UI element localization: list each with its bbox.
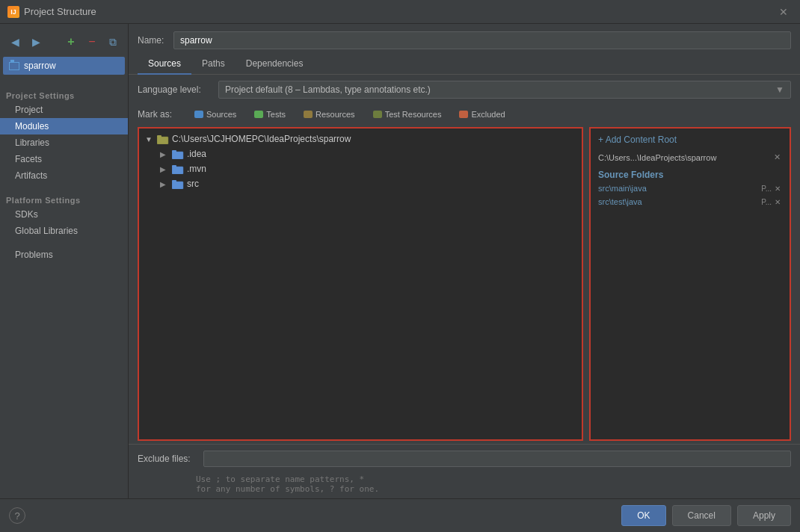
remove-content-root-button[interactable]: ✕ [772, 152, 782, 162]
module-name-input[interactable] [173, 31, 791, 49]
idea-label: .idea [187, 149, 206, 159]
sidebar-item-global-libraries-label: Global Libraries [15, 226, 78, 236]
language-level-value: Project default (8 – Lambdas, type annot… [225, 84, 431, 95]
sidebar-item-libraries[interactable]: Libraries [0, 134, 128, 151]
apply-button[interactable]: Apply [737, 505, 791, 526]
exclude-files-input[interactable] [203, 451, 791, 467]
tree-item-mvn[interactable]: ▶ .mvn [142, 161, 579, 176]
sidebar-item-artifacts[interactable]: Artifacts [0, 167, 128, 184]
cancel-button[interactable]: Cancel [672, 505, 731, 526]
sidebar-item-modules[interactable]: Modules [0, 118, 128, 134]
bottom-right: OK Cancel Apply [621, 505, 791, 526]
add-module-button[interactable]: + [62, 33, 80, 51]
content-roots-panel: + Add Content Root C:\Users...\IdeaProje… [589, 127, 791, 441]
src-main-properties-button[interactable]: P... [761, 185, 772, 193]
copy-module-button[interactable]: ⧉ [104, 33, 122, 51]
title-bar-left: IJ Project Structure [7, 6, 96, 18]
content-root-path: C:\Users...\IdeaProjects\sparrow ✕ [595, 149, 785, 165]
content-root-path-label: C:\Users...\IdeaProjects\sparrow [598, 153, 716, 162]
src-test-actions: P... ✕ [761, 198, 782, 206]
mvn-folder-icon [172, 164, 184, 174]
ok-button[interactable]: OK [621, 505, 665, 526]
tree-item-src[interactable]: ▶ src [142, 176, 579, 191]
name-row: Name: [129, 24, 800, 54]
file-tree-panel: ▼ C:\Users\JCJHOMEPC\IdeaProjects\sparro… [138, 127, 583, 441]
idea-folder-icon [172, 149, 184, 159]
help-button[interactable]: ? [9, 507, 25, 524]
root-expand-arrow: ▼ [145, 135, 154, 143]
source-folder-item-src-main: src\main\java P... ✕ [595, 182, 785, 195]
mvn-label: .mvn [187, 164, 206, 174]
exclude-files-hint: Use ; to separate name patterns, *for an… [129, 473, 800, 498]
svg-rect-1 [157, 135, 161, 137]
sidebar-item-facets[interactable]: Facets [0, 151, 128, 167]
tests-badge-label: Tests [266, 110, 286, 119]
idea-expand-arrow: ▶ [160, 150, 169, 158]
sidebar-item-facets-label: Facets [15, 154, 42, 164]
tests-badge-dot [254, 111, 263, 118]
project-settings-section: Project Settings [0, 87, 128, 102]
remove-module-button[interactable]: − [83, 33, 101, 51]
language-level-select[interactable]: Project default (8 – Lambdas, type annot… [218, 81, 791, 99]
module-name: sparrow [24, 61, 56, 71]
src-main-remove-button[interactable]: ✕ [773, 185, 782, 193]
svg-rect-4 [172, 167, 183, 174]
sidebar-item-project-label: Project [15, 105, 43, 115]
src-test-properties-button[interactable]: P... [761, 198, 772, 206]
mvn-expand-arrow: ▶ [160, 165, 169, 173]
tab-dependencies[interactable]: Dependencies [236, 54, 314, 75]
source-folders-label: Source Folders [595, 165, 785, 182]
src-test-java-path: src\test\java [598, 197, 642, 206]
excluded-badge-dot [459, 111, 468, 118]
src-folder-icon [172, 179, 184, 189]
mark-as-test-resources[interactable]: Test Resources [367, 108, 448, 121]
sidebar-item-problems-label: Problems [15, 250, 53, 260]
bottom-bar: ? OK Cancel Apply [0, 498, 800, 532]
platform-settings-section: Platform Settings [0, 191, 128, 206]
svg-rect-7 [172, 180, 176, 182]
tree-root-item[interactable]: ▼ C:\Users\JCJHOMEPC\IdeaProjects\sparro… [142, 132, 579, 146]
back-button[interactable]: ◀ [6, 33, 24, 51]
mark-as-sources[interactable]: Sources [188, 108, 242, 121]
title-bar: IJ Project Structure ✕ [0, 0, 800, 24]
main-layout: ◀ ▶ + − ⧉ sparrow Project Settings Proje… [0, 24, 800, 498]
sidebar-item-sdks[interactable]: SDKs [0, 206, 128, 223]
sidebar-item-libraries-label: Libraries [15, 137, 49, 148]
tab-paths[interactable]: Paths [191, 54, 236, 75]
add-content-root-button[interactable]: + Add Content Root [595, 133, 785, 146]
dialog-title: Project Structure [24, 6, 96, 17]
mark-as-excluded[interactable]: Excluded [453, 108, 511, 121]
language-level-row: Language level: Project default (8 – Lam… [129, 75, 800, 105]
tab-sources[interactable]: Sources [138, 54, 191, 75]
sidebar-item-project[interactable]: Project [0, 102, 128, 118]
sidebar-nav-row: ◀ ▶ + − ⧉ [0, 30, 128, 54]
source-folder-item-src-test: src\test\java P... ✕ [595, 195, 785, 208]
mark-as-tests[interactable]: Tests [248, 108, 292, 121]
mark-as-label: Mark as: [138, 109, 182, 120]
bottom-left: ? [9, 507, 25, 524]
app-icon: IJ [7, 6, 19, 18]
src-test-remove-button[interactable]: ✕ [773, 198, 782, 206]
src-main-actions: P... ✕ [761, 185, 782, 193]
resources-badge-label: Resources [316, 110, 355, 119]
sidebar: ◀ ▶ + − ⧉ sparrow Project Settings Proje… [0, 24, 129, 498]
forward-button[interactable]: ▶ [27, 33, 45, 51]
sidebar-item-artifacts-label: Artifacts [15, 170, 47, 181]
sidebar-item-problems[interactable]: Problems [0, 247, 128, 263]
exclude-files-row: Exclude files: [129, 444, 800, 473]
language-level-label: Language level: [138, 84, 212, 95]
tabs-row: Sources Paths Dependencies [129, 54, 800, 75]
src-main-java-path: src\main\java [598, 184, 647, 193]
sidebar-item-modules-label: Modules [15, 121, 49, 132]
test-resources-badge-dot [373, 111, 382, 118]
sidebar-item-global-libraries[interactable]: Global Libraries [0, 223, 128, 239]
module-item-sparrow[interactable]: sparrow [3, 57, 125, 75]
language-level-dropdown-arrow: ▼ [775, 84, 784, 95]
excluded-badge-label: Excluded [471, 110, 505, 119]
tree-item-idea[interactable]: ▶ .idea [142, 146, 579, 161]
mark-as-row: Mark as: Sources Tests Resources Test Re… [129, 105, 800, 127]
module-icon [9, 62, 19, 70]
mark-as-resources[interactable]: Resources [298, 108, 361, 121]
close-button[interactable]: ✕ [775, 4, 793, 19]
src-expand-arrow: ▶ [160, 180, 169, 188]
